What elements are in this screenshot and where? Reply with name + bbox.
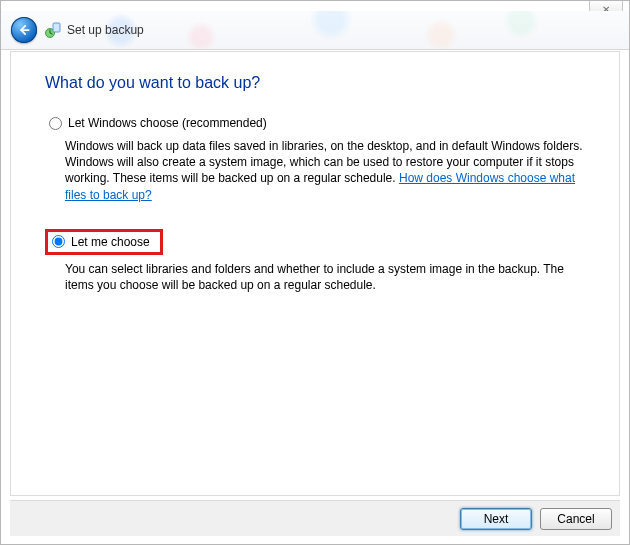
back-button[interactable]: [11, 17, 37, 43]
option-let-me-choose-desc: You can select libraries and folders and…: [65, 261, 585, 293]
wizard-window: ✕ Set up backup What do you want to back…: [0, 0, 630, 545]
page-heading: What do you want to back up?: [45, 74, 585, 92]
content-panel: What do you want to back up? Let Windows…: [10, 51, 620, 496]
option-windows-choose-head[interactable]: Let Windows choose (recommended): [45, 114, 585, 132]
wizard-footer: Next Cancel: [10, 500, 620, 536]
wizard-header: Set up backup: [1, 11, 629, 50]
option-windows-choose: Let Windows choose (recommended) Windows…: [45, 114, 585, 203]
option-windows-choose-desc: Windows will back up data files saved in…: [65, 138, 585, 203]
highlight-let-me-choose: Let me choose: [45, 229, 163, 255]
next-button[interactable]: Next: [460, 508, 532, 530]
svg-rect-1: [53, 23, 60, 32]
backup-wizard-icon: [45, 22, 61, 38]
option-let-me-choose-label: Let me choose: [71, 235, 150, 249]
wizard-title: Set up backup: [67, 23, 144, 37]
option-windows-choose-label: Let Windows choose (recommended): [68, 116, 267, 130]
back-arrow-icon: [17, 23, 31, 37]
option-let-me-choose: Let me choose You can select libraries a…: [45, 229, 585, 293]
radio-let-me-choose[interactable]: [52, 235, 65, 248]
radio-windows-choose[interactable]: [49, 117, 62, 130]
option-let-me-choose-head[interactable]: Let me choose: [52, 235, 150, 249]
cancel-button[interactable]: Cancel: [540, 508, 612, 530]
